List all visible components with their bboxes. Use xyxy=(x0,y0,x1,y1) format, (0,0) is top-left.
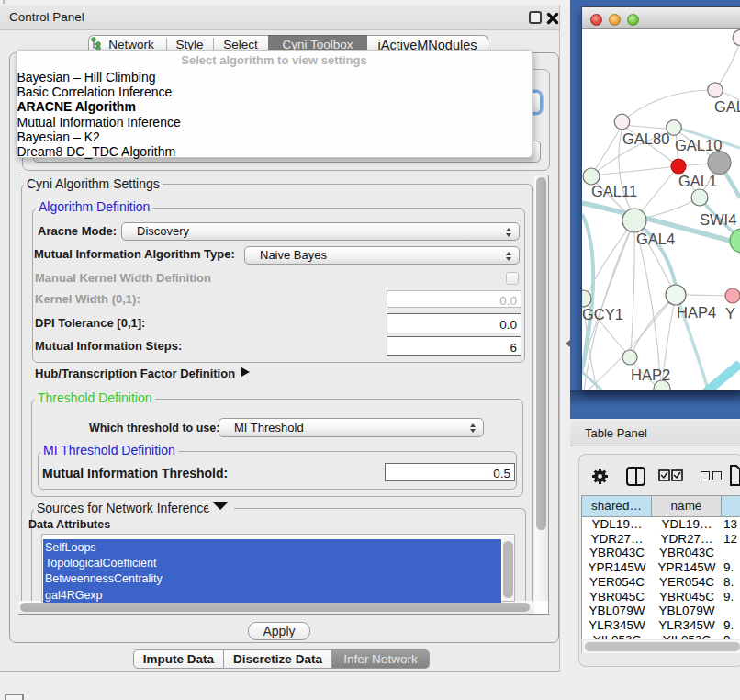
svg-text:HAP2: HAP2 xyxy=(631,367,670,383)
svg-text:SWI4: SWI4 xyxy=(700,211,736,228)
svg-text:GAL80: GAL80 xyxy=(622,130,669,147)
svg-text:GAL4: GAL4 xyxy=(636,231,675,247)
svg-text:GAL11: GAL11 xyxy=(591,183,637,199)
svg-text:GAL7: GAL7 xyxy=(714,98,740,115)
svg-text:Y: Y xyxy=(725,305,735,322)
svg-text:GAL10: GAL10 xyxy=(675,137,722,153)
svg-text:HAP4: HAP4 xyxy=(677,304,716,321)
svg-text:GAL1: GAL1 xyxy=(678,173,717,189)
svg-text:GCY1: GCY1 xyxy=(582,306,623,322)
